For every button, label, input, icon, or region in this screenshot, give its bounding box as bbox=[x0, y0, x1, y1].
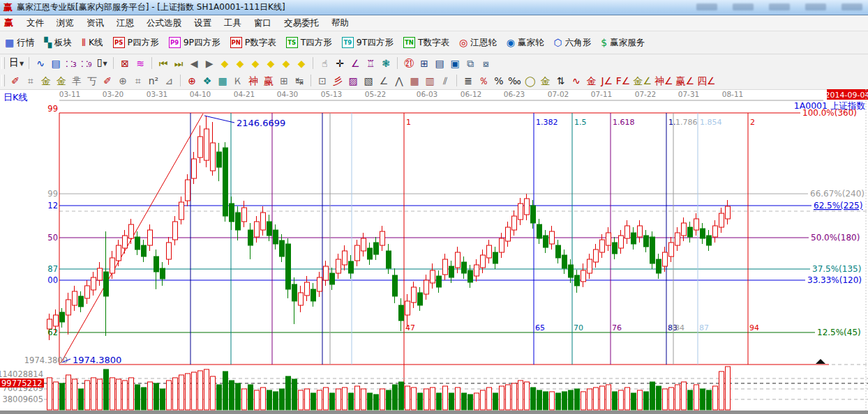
candle-body bbox=[242, 208, 247, 222]
volume-bar bbox=[701, 389, 705, 410]
volume-bar bbox=[135, 385, 140, 410]
candle-body bbox=[675, 233, 680, 245]
volume-bar bbox=[393, 385, 398, 410]
volume-bar bbox=[66, 375, 71, 410]
candle-body bbox=[204, 129, 209, 160]
volume-bar bbox=[550, 392, 555, 410]
volume-bar bbox=[594, 388, 599, 410]
candle-body bbox=[198, 137, 203, 158]
volume-bar bbox=[60, 383, 65, 410]
date-tick-07-11: 07-11 bbox=[591, 90, 613, 98]
end-marker-triangle bbox=[816, 359, 825, 364]
volume-bar bbox=[412, 388, 417, 410]
candle-body bbox=[625, 226, 630, 238]
candle-body bbox=[631, 233, 636, 244]
volume-bar bbox=[123, 381, 128, 410]
gann-vline-top-label: 1.382 bbox=[536, 118, 558, 127]
candle-body bbox=[694, 219, 699, 230]
volume-bar bbox=[324, 388, 329, 410]
gann-vline-top-label: 1. bbox=[668, 118, 676, 127]
volume-bar bbox=[443, 386, 448, 410]
candle-body bbox=[550, 231, 555, 244]
candle-body bbox=[54, 315, 59, 326]
candle-body bbox=[135, 237, 140, 250]
volume-bar bbox=[688, 390, 693, 410]
candle-body bbox=[286, 244, 291, 289]
candle-body bbox=[588, 259, 592, 273]
candle-body bbox=[66, 300, 71, 315]
candle-body bbox=[562, 255, 567, 268]
candle-body bbox=[368, 248, 373, 259]
candle-body bbox=[343, 251, 347, 265]
date-tick-04-10: 04-10 bbox=[190, 90, 211, 98]
volume-bar bbox=[286, 376, 291, 410]
volume-bar bbox=[85, 381, 90, 410]
candle-body bbox=[544, 236, 548, 247]
candle-body bbox=[418, 293, 423, 305]
volume-bar bbox=[657, 386, 661, 410]
volume-bar bbox=[500, 386, 504, 410]
candle-body bbox=[701, 229, 705, 238]
volume-bar bbox=[349, 393, 354, 410]
volume-bar bbox=[650, 382, 655, 410]
candle-body bbox=[317, 277, 322, 291]
volume-bar bbox=[399, 382, 404, 410]
candle-body bbox=[336, 259, 341, 273]
app-window: { "title_bar": {"logo": "赢", "title": "赢… bbox=[0, 0, 868, 414]
candle-body bbox=[575, 275, 580, 286]
volume-bar bbox=[242, 389, 247, 410]
candle-body bbox=[393, 275, 398, 296]
gann-hline-label: 50.0%(180) bbox=[811, 233, 860, 243]
volume-bar bbox=[600, 386, 605, 410]
volume-bar bbox=[726, 367, 731, 410]
date-tick-04-30: 04-30 bbox=[277, 90, 299, 98]
candle-body bbox=[726, 206, 731, 219]
volume-bar bbox=[631, 393, 636, 410]
candle-body bbox=[173, 222, 178, 240]
volume-bar bbox=[368, 393, 373, 410]
volume-bar bbox=[236, 383, 241, 410]
kline-chart[interactable]: 03-1103-2003-3104-1004-2104-3005-1305-22… bbox=[0, 0, 868, 414]
volume-bar bbox=[204, 369, 209, 410]
left-price-label: 1974.3800 bbox=[24, 355, 68, 365]
candle-body bbox=[374, 243, 379, 254]
volume-bar bbox=[148, 382, 153, 410]
candle-body bbox=[98, 268, 103, 280]
candle-body bbox=[267, 222, 272, 236]
date-tick-06-12: 06-12 bbox=[461, 90, 482, 98]
gann-hline-label: 100.0%(360) bbox=[802, 108, 857, 118]
volume-bar bbox=[54, 382, 59, 410]
volume-bar bbox=[343, 388, 347, 410]
candle-body bbox=[230, 204, 234, 222]
volume-bar bbox=[638, 390, 643, 410]
volume-bar bbox=[719, 371, 724, 410]
candle-body bbox=[154, 256, 159, 272]
candle-body bbox=[305, 282, 310, 296]
candle-body bbox=[468, 270, 473, 282]
candle-body bbox=[123, 236, 128, 248]
volume-bar bbox=[575, 389, 580, 410]
candle-body bbox=[349, 261, 354, 273]
candle-body bbox=[73, 291, 77, 305]
candle-body bbox=[236, 213, 241, 230]
volume-bar bbox=[142, 388, 147, 410]
candle-body bbox=[682, 223, 687, 236]
volume-bar bbox=[73, 379, 77, 410]
volume-bar bbox=[431, 388, 435, 410]
candle-body bbox=[506, 227, 511, 241]
candle-body bbox=[688, 227, 693, 237]
date-tick-07-22: 07-22 bbox=[635, 90, 657, 98]
candle-body bbox=[518, 204, 523, 220]
volume-bar bbox=[299, 390, 304, 410]
volume-bar bbox=[588, 389, 592, 410]
candle-body bbox=[474, 265, 479, 276]
volume-bar bbox=[305, 389, 310, 410]
gann-vline-top-label: 1.5 bbox=[574, 118, 587, 127]
candle-body bbox=[129, 224, 134, 238]
volume-bar bbox=[292, 379, 297, 410]
candle-body bbox=[431, 270, 435, 283]
volume-bar bbox=[493, 393, 498, 410]
candle-body bbox=[462, 262, 467, 273]
candle-body bbox=[405, 301, 410, 315]
candle-body bbox=[186, 180, 190, 201]
